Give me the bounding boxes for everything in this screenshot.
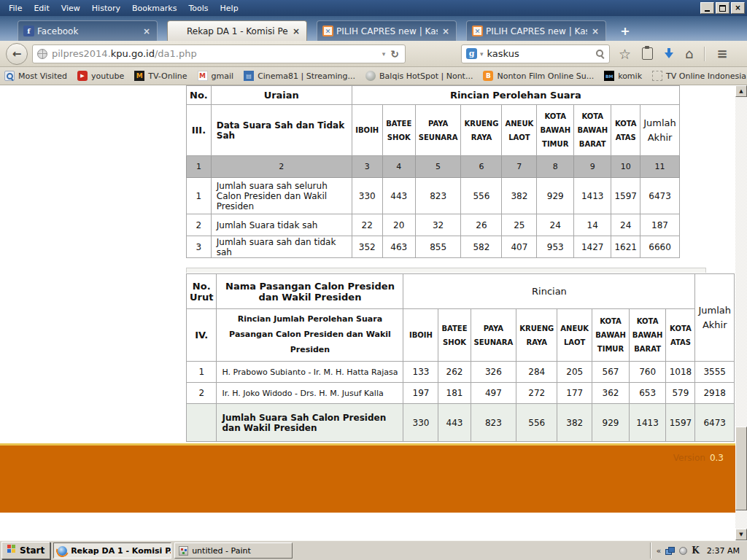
menu-hamburger-icon[interactable]: ≡	[716, 46, 727, 61]
bookmark-label: komik	[618, 71, 642, 81]
t1-value-cell: 330	[352, 178, 382, 214]
scroll-up-icon: ▲	[739, 88, 743, 94]
tab-close-icon[interactable]: ×	[441, 26, 451, 36]
search-magnifier-icon[interactable]	[595, 49, 605, 58]
taskbar-button-paint[interactable]: untitled - Paint	[174, 542, 293, 559]
restore-icon	[719, 5, 726, 12]
home-icon[interactable]: ⌂	[685, 46, 693, 61]
table-row: 1H. Prabowo Subianto - Ir. M. H. Hatta R…	[187, 362, 735, 383]
taskbar-button-firefox[interactable]: Rekap DA 1 - Komisi P...	[53, 542, 171, 559]
bookmark-most-visited[interactable]: Most Visited	[4, 71, 67, 81]
back-button[interactable]: ←	[6, 43, 28, 65]
scrollbar-up-button[interactable]: ▲	[735, 85, 747, 97]
t1-value-cell: 407	[502, 236, 537, 258]
t2-total-value: 556	[516, 404, 557, 442]
scrollbar-down-button[interactable]: ▼	[735, 529, 747, 540]
menu-history[interactable]: History	[86, 1, 126, 15]
minimize-icon	[705, 10, 710, 12]
downloads-icon[interactable]	[664, 48, 674, 59]
volume-tray-icon[interactable]	[679, 547, 687, 555]
t2-value-cell: 362	[592, 383, 630, 404]
tab-3[interactable]: ✕PILIH CAPRES new | Kaskus -...×	[317, 20, 457, 41]
bookmark-gmail[interactable]: Mgmail	[198, 71, 234, 81]
menu-edit[interactable]: Edit	[28, 1, 55, 15]
t2-header-nama: Nama Pasangan Calon Presiden dan Wakil P…	[217, 274, 403, 309]
start-button[interactable]: Start	[1, 542, 50, 559]
menubar: FileEditViewHistoryBookmarksToolsHelp	[0, 1, 244, 15]
tab-close-icon[interactable]: ×	[142, 26, 152, 36]
table-total-row: Jumlah Suara Sah Calon Presiden dan Waki…	[187, 404, 735, 442]
urlbar-dropdown-icon[interactable]: ▾	[379, 50, 390, 58]
scrollbar-thumb[interactable]	[735, 427, 747, 510]
url-bar[interactable]: pilpres2014.kpu.go.id/da1.php ▾ ↻	[32, 44, 406, 63]
bookmark-youtube[interactable]: ▶youtube	[77, 71, 124, 81]
t1-value-cell: 25	[502, 214, 537, 236]
t1-value-cell: 352	[352, 236, 382, 258]
t2-col-header: KRUENG RAYA	[516, 309, 557, 362]
tray-clock: 2:37 AM	[707, 546, 740, 556]
bookmark-label: TV-Online	[148, 71, 187, 81]
t1-value-cell: 929	[537, 178, 574, 214]
network-tray-icon[interactable]	[665, 547, 675, 555]
reload-icon[interactable]: ↻	[389, 48, 400, 60]
bookmark-star-icon[interactable]: ☆	[619, 46, 631, 62]
close-icon: ×	[735, 4, 740, 12]
url-domain: kpu.go.id	[111, 48, 155, 59]
bookmark-balqis[interactable]: Balqis HotSpot | Nont...	[365, 71, 473, 81]
toolbar-separator	[704, 47, 705, 61]
t2-value-cell: 262	[438, 362, 471, 383]
google-search-icon[interactable]: g	[466, 48, 477, 59]
restore-button[interactable]	[716, 2, 729, 14]
search-engine-dropdown-icon[interactable]: ▾	[479, 50, 484, 58]
t1-value-cell: 187	[640, 214, 680, 236]
kaskus-favicon-icon: ✕	[472, 26, 483, 36]
t1-value-cell: 6473	[640, 178, 680, 214]
tab-4[interactable]: ✕PILIH CAPRES new | Kaskus -...×	[466, 20, 606, 41]
tab-close-icon[interactable]: ×	[291, 26, 301, 36]
t2-total-value: 929	[592, 404, 630, 442]
t1-value-cell: 556	[461, 178, 502, 214]
bookmark-label: Nonton Film Online Su...	[497, 71, 594, 81]
menu-bookmarks[interactable]: Bookmarks	[126, 1, 182, 15]
bookmark-tv-online[interactable]: MTV-Online	[134, 71, 187, 81]
t1-header-rincian: Rincian Perolehan Suara	[352, 86, 679, 105]
antivirus-tray-icon[interactable]: K	[692, 545, 699, 556]
search-input[interactable]: kaskus	[487, 48, 595, 59]
tab-close-icon[interactable]: ×	[590, 26, 600, 36]
menu-view[interactable]: View	[55, 1, 86, 15]
t1-row-no: 3	[187, 236, 212, 258]
bookmark-komik[interactable]: BMkomik	[604, 71, 642, 81]
t1-value-cell: 582	[461, 236, 502, 258]
bookmark-cinema[interactable]: ▤Cinema81 | Streaming...	[244, 71, 355, 81]
komik-icon: BM	[604, 71, 614, 81]
t1-value-cell: 24	[611, 214, 640, 236]
close-button[interactable]: ×	[731, 2, 745, 14]
t2-value-cell: 567	[592, 362, 630, 383]
menu-help[interactable]: Help	[214, 1, 244, 15]
t1-header-uraian: Uraian	[211, 86, 352, 105]
menu-file[interactable]: File	[3, 1, 28, 15]
t1-number-cell: 6	[461, 156, 502, 178]
search-bar[interactable]: g ▾ kaskus	[461, 44, 610, 63]
tab-1[interactable]: fFacebook×	[18, 20, 158, 41]
bookmarks-bar: Most Visited▶youtubeMTV-OnlineMgmail▤Cin…	[0, 67, 747, 85]
tray-chevron-icon[interactable]: «	[657, 546, 662, 556]
t1-value-cell: 6660	[640, 236, 680, 258]
t2-col-header: PAYA SEUNARA	[471, 309, 516, 362]
tab-2-active[interactable]: Rekap DA 1 - Komisi Pemilihan...×	[167, 20, 307, 41]
t1-number-cell: 2	[211, 156, 352, 178]
new-tab-button[interactable]: +	[616, 22, 635, 39]
bookmark-blogger[interactable]: BNonton Film Online Su...	[483, 71, 594, 81]
menu-tools[interactable]: Tools	[182, 1, 214, 15]
t2-value-cell: 2918	[695, 383, 735, 404]
minimize-button[interactable]	[700, 2, 714, 14]
t2-col-header: KOTA BAWAH TIMUR	[592, 309, 630, 362]
t1-row-uraian: Jumlah suara sah dan tidak sah	[211, 236, 352, 258]
bookmark-dashed[interactable]: TV Online Indonesia | ...	[652, 71, 747, 81]
bookmarks-menu-icon[interactable]	[642, 47, 653, 60]
t2-header-no-urut: No. Urut	[187, 274, 217, 309]
vertical-scrollbar[interactable]: ▲ ▼	[735, 85, 747, 540]
bookmark-label: youtube	[91, 71, 124, 81]
t2-total-value: 382	[557, 404, 592, 442]
t2-value-cell: 197	[403, 383, 438, 404]
